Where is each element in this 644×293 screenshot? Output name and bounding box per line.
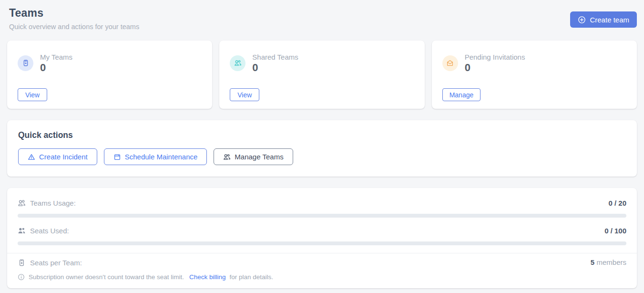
manage-invitations-button[interactable]: Manage (442, 88, 481, 101)
page-subtitle: Quick overview and actions for your team… (9, 23, 139, 31)
schedule-maintenance-button[interactable]: Schedule Maintenance (104, 148, 207, 165)
users-icon (230, 55, 245, 71)
manage-teams-label: Manage Teams (235, 153, 283, 161)
users-outline-icon (18, 199, 26, 207)
usage-panel: Teams Usage: 0 / 20 Seats Used: 0 / 100 (7, 188, 637, 288)
teams-usage-value: 0 / 20 (608, 199, 626, 207)
stat-card-label: Shared Teams (252, 53, 298, 61)
usage-divider (7, 253, 637, 253)
seats-used-label: Seats Used: (30, 227, 69, 235)
seats-per-team-suffix: members (596, 258, 626, 266)
manage-teams-button[interactable]: Manage Teams (214, 148, 293, 165)
seats-used-progress-bar (18, 241, 626, 245)
quick-actions-panel: Quick actions Create Incident (7, 120, 637, 177)
stat-card-shared-teams: Shared Teams 0 View (219, 41, 424, 109)
page-title: Teams (9, 7, 139, 20)
create-incident-label: Create Incident (39, 153, 88, 161)
seat-limit-note: Subscription owner doesn't count toward … (18, 273, 626, 281)
stat-card-label: My Teams (40, 53, 72, 61)
info-circle-icon (18, 273, 25, 281)
view-my-teams-button[interactable]: View (18, 88, 47, 101)
page-header: Teams Quick overview and actions for you… (7, 6, 637, 31)
create-incident-button[interactable]: Create Incident (18, 148, 97, 165)
calendar-icon (113, 153, 121, 161)
create-team-button[interactable]: Create team (570, 11, 637, 28)
page-header-text: Teams Quick overview and actions for you… (7, 6, 141, 31)
users-icon (223, 153, 231, 161)
stat-cards-row: My Teams 0 View Shared Teams (7, 41, 637, 109)
teams-usage-row: Teams Usage: 0 / 20 (18, 198, 626, 208)
stat-card-label: Pending Invitations (465, 53, 525, 61)
seats-used-value: 0 / 100 (604, 227, 626, 235)
warning-triangle-icon (28, 153, 35, 161)
note-text-before: Subscription owner doesn't count toward … (29, 273, 184, 281)
check-billing-link[interactable]: Check billing (189, 273, 226, 281)
seats-per-team-value: 5 members (591, 258, 626, 267)
schedule-maintenance-label: Schedule Maintenance (125, 153, 198, 161)
stat-card-pending-invitations: Pending Invitations 0 Manage (432, 41, 637, 109)
id-badge-icon (18, 55, 33, 71)
stat-card-value: 0 (40, 63, 72, 73)
id-badge-icon (18, 259, 26, 267)
note-text-after: for plan details. (230, 273, 274, 281)
plus-circle-icon (578, 16, 586, 24)
seats-per-team-number: 5 (591, 258, 594, 266)
seats-used-row: Seats Used: 0 / 100 (18, 225, 626, 236)
create-team-label: Create team (590, 16, 629, 24)
seats-per-team-label: Seats per Team: (30, 259, 82, 267)
teams-page: Teams Quick overview and actions for you… (0, 0, 644, 293)
stat-card-value: 0 (465, 63, 525, 73)
quick-actions-heading: Quick actions (18, 130, 626, 140)
view-shared-teams-button[interactable]: View (230, 88, 259, 101)
users-filled-icon (18, 227, 26, 235)
stat-card-my-teams: My Teams 0 View (7, 41, 212, 109)
teams-usage-progress-bar (18, 214, 626, 218)
teams-usage-label: Teams Usage: (30, 199, 76, 207)
quick-actions-buttons: Create Incident Schedule Maintenance (18, 148, 626, 165)
mail-open-icon (442, 55, 458, 71)
seats-per-team-row: Seats per Team: 5 members (18, 257, 626, 268)
stat-card-value: 0 (252, 63, 298, 73)
